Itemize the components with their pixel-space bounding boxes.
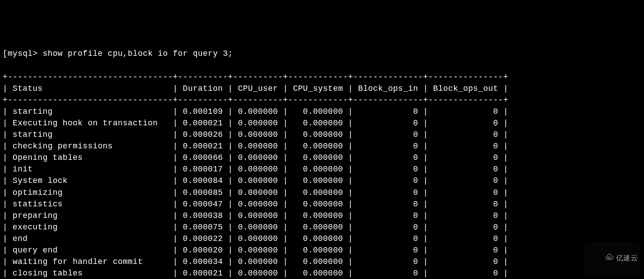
mysql-prompt-line: [mysql> show profile cpu,block io for qu… xyxy=(3,48,641,59)
table-row: | query end | 0.000020 | 0.000000 | 0.00… xyxy=(3,244,641,256)
table-row: | preparing | 0.000038 | 0.000000 | 0.00… xyxy=(3,210,641,221)
table-row: | closing tables | 0.000021 | 0.000000 |… xyxy=(3,267,641,279)
table-row: | waiting for handler commit | 0.000034 … xyxy=(3,256,641,267)
table-row: | statistics | 0.000047 | 0.000000 | 0.0… xyxy=(3,198,641,210)
watermark: 亿速云 xyxy=(585,242,640,275)
table-header-row: | Status | Duration | CPU_user | CPU_sys… xyxy=(3,83,641,94)
table-row: | optimizing | 0.000085 | 0.000000 | 0.0… xyxy=(3,187,641,198)
watermark-text: 亿速云 xyxy=(616,254,638,264)
table-row: | end | 0.000022 | 0.000000 | 0.000000 |… xyxy=(3,233,641,244)
table-row: | Opening tables | 0.000066 | 0.000000 |… xyxy=(3,152,641,163)
svg-point-0 xyxy=(607,257,609,258)
table-row: | starting | 0.000026 | 0.000000 | 0.000… xyxy=(3,129,641,140)
table-row: | checking permissions | 0.000021 | 0.00… xyxy=(3,140,641,152)
table-row: | Executing hook on transaction | 0.0000… xyxy=(3,117,641,129)
mysql-output-table: +---------------------------------+-----… xyxy=(3,71,641,279)
table-row: | starting | 0.000109 | 0.000000 | 0.000… xyxy=(3,106,641,117)
cloud-icon xyxy=(586,243,614,275)
table-separator: +---------------------------------+-----… xyxy=(3,94,641,106)
table-separator: +---------------------------------+-----… xyxy=(3,71,641,83)
table-row: | System lock | 0.000084 | 0.000000 | 0.… xyxy=(3,175,641,186)
table-row: | executing | 0.000075 | 0.000000 | 0.00… xyxy=(3,221,641,233)
table-row: | init | 0.000017 | 0.000000 | 0.000000 … xyxy=(3,163,641,175)
